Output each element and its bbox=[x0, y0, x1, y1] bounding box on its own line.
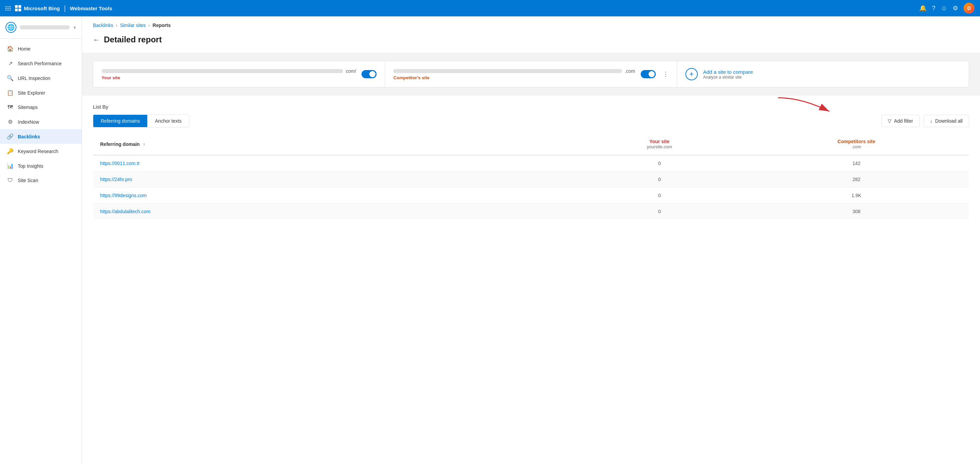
competitor-col-sub: .com bbox=[751, 144, 962, 149]
main-layout: 🌐 ∨ 🏠 Home ↗ Search Performance 🔍 URL In… bbox=[0, 16, 980, 464]
domain-link[interactable]: https://abdulalitech.com bbox=[100, 209, 150, 214]
competitor-toggle-knob bbox=[649, 71, 655, 77]
tab-anchor-texts[interactable]: Anchor texts bbox=[147, 115, 189, 127]
sidebar-label-sitemaps: Sitemaps bbox=[18, 105, 38, 110]
keyword-icon: 🔑 bbox=[7, 148, 14, 154]
breadcrumb-similar-sites[interactable]: Similar sites bbox=[120, 22, 146, 28]
your-site-card: com/ Your site bbox=[93, 61, 385, 87]
sidebar-label-search-performance: Search Performance bbox=[18, 61, 62, 66]
sidebar-item-home[interactable]: 🏠 Home bbox=[0, 41, 82, 56]
sidebar-item-top-insights[interactable]: 📊 Top Insights bbox=[0, 159, 82, 173]
your-count-cell: 0 bbox=[575, 203, 744, 220]
tool-name: Webmaster Tools bbox=[70, 5, 113, 11]
site-explorer-icon: 📋 bbox=[7, 89, 14, 96]
sidebar: 🌐 ∨ 🏠 Home ↗ Search Performance 🔍 URL In… bbox=[0, 16, 82, 464]
help-icon[interactable]: ? bbox=[932, 5, 935, 12]
domain-cell: https://99designs.com bbox=[93, 188, 575, 203]
competitor-site-url-bar bbox=[393, 69, 622, 73]
th-domain: Referring domain ↑ bbox=[93, 133, 575, 156]
sidebar-label-backlinks: Backlinks bbox=[18, 134, 40, 140]
sidebar-item-keyword-research[interactable]: 🔑 Keyword Research bbox=[0, 144, 82, 159]
user-avatar[interactable]: D bbox=[964, 3, 975, 14]
sidebar-item-site-explorer[interactable]: 📋 Site Explorer bbox=[0, 86, 82, 100]
search-perf-icon: ↗ bbox=[7, 60, 14, 67]
referring-domains-table: Referring domain ↑ Your site yoursite.co… bbox=[93, 133, 969, 220]
competitor-site-domain-suffix: .com bbox=[625, 68, 635, 74]
domain-link[interactable]: https://99designs.com bbox=[100, 193, 146, 198]
sitemaps-icon: 🗺 bbox=[7, 104, 14, 110]
download-all-label: Download all bbox=[935, 118, 963, 124]
annotation-arrow bbox=[775, 96, 836, 115]
page-header: ← Detailed report bbox=[82, 32, 980, 52]
sidebar-item-sitemaps[interactable]: 🗺 Sitemaps bbox=[0, 100, 82, 114]
comparison-area: com/ Your site .com Com bbox=[82, 52, 980, 96]
competitor-site-label: Competitor's site bbox=[393, 75, 635, 80]
th-domain-label: Referring domain bbox=[100, 141, 140, 147]
domain-cell: https://0011.com.tr bbox=[93, 155, 575, 172]
insights-icon: 📊 bbox=[7, 163, 14, 169]
download-icon: ↓ bbox=[930, 118, 932, 124]
add-site-subtitle: Analyze a similar site bbox=[703, 75, 753, 79]
add-filter-button[interactable]: ▽ Add filter bbox=[881, 115, 920, 127]
your-site-toggle[interactable] bbox=[361, 70, 377, 78]
tab-group: Referring domains Anchor texts bbox=[93, 114, 189, 127]
list-by-controls: Referring domains Anchor texts bbox=[93, 114, 969, 127]
add-site-text: Add a site to compare Analyze a similar … bbox=[703, 69, 753, 79]
competitor-toggle[interactable] bbox=[641, 70, 656, 78]
bell-icon[interactable]: 🔔 bbox=[919, 5, 927, 12]
action-buttons: ▽ Add filter ↓ Download all bbox=[877, 115, 969, 127]
domain-cell: https://24hr.pro bbox=[93, 172, 575, 188]
apps-icon[interactable] bbox=[5, 6, 11, 11]
globe-icon: 🌐 bbox=[5, 22, 16, 33]
comparison-cards: com/ Your site .com Com bbox=[93, 61, 969, 87]
sidebar-label-site-scan: Site Scan bbox=[18, 178, 38, 183]
add-filter-label: Add filter bbox=[894, 118, 913, 124]
add-site-card[interactable]: + Add a site to compare Analyze a simila… bbox=[677, 61, 969, 87]
sidebar-item-search-performance[interactable]: ↗ Search Performance bbox=[0, 56, 82, 71]
sidebar-item-site-scan[interactable]: 🛡 Site Scan bbox=[0, 173, 82, 188]
your-count-cell: 0 bbox=[575, 155, 744, 172]
table-row: https://abdulalitech.com 0 308 bbox=[93, 203, 969, 220]
sidebar-label-site-explorer: Site Explorer bbox=[18, 90, 45, 96]
feedback-icon[interactable]: ☺ bbox=[941, 5, 947, 12]
brand-name: Microsoft Bing bbox=[24, 5, 60, 11]
table-row: https://0011.com.tr 0 142 bbox=[93, 155, 969, 172]
sidebar-nav: 🏠 Home ↗ Search Performance 🔍 URL Inspec… bbox=[0, 39, 82, 190]
breadcrumb-reports: Reports bbox=[153, 22, 171, 28]
domain-link[interactable]: https://24hr.pro bbox=[100, 176, 132, 182]
settings-icon[interactable]: ⚙ bbox=[953, 5, 958, 12]
sidebar-item-url-inspection[interactable]: 🔍 URL Inspection bbox=[0, 71, 82, 86]
add-site-title: Add a site to compare bbox=[703, 69, 753, 75]
sidebar-label-url-inspection: URL Inspection bbox=[18, 76, 50, 81]
sidebar-item-backlinks[interactable]: 🔗 Backlinks bbox=[0, 129, 82, 144]
indexnow-icon: ⚙ bbox=[7, 119, 14, 125]
data-table-wrapper: Referring domain ↑ Your site yoursite.co… bbox=[82, 133, 980, 220]
breadcrumb-sep-1: › bbox=[116, 23, 117, 28]
breadcrumb-backlinks[interactable]: Backlinks bbox=[93, 22, 113, 28]
sort-icon[interactable]: ↑ bbox=[143, 142, 145, 147]
backlinks-icon: 🔗 bbox=[7, 133, 14, 140]
your-count-cell: 0 bbox=[575, 172, 744, 188]
tab-referring-domains[interactable]: Referring domains bbox=[93, 115, 147, 127]
th-your-site: Your site yoursite.com bbox=[575, 133, 744, 156]
back-button[interactable]: ← bbox=[93, 36, 100, 44]
sidebar-label-top-insights: Top Insights bbox=[18, 163, 43, 169]
site-scan-icon: 🛡 bbox=[7, 177, 14, 183]
domain-link[interactable]: https://0011.com.tr bbox=[100, 160, 140, 166]
comp-count-cell: 1.9K bbox=[744, 188, 969, 203]
table-body: https://0011.com.tr 0 142 https://24hr.p… bbox=[93, 155, 969, 220]
your-site-label: Your site bbox=[102, 75, 356, 80]
your-count-cell: 0 bbox=[575, 188, 744, 203]
comp-count-cell: 282 bbox=[744, 172, 969, 188]
top-navigation: Microsoft Bing | Webmaster Tools 🔔 ? ☺ ⚙… bbox=[0, 0, 980, 16]
table-row: https://99designs.com 0 1.9K bbox=[93, 188, 969, 203]
your-site-info: com/ Your site bbox=[102, 68, 356, 80]
comp-count-cell: 308 bbox=[744, 203, 969, 220]
site-selector[interactable]: 🌐 ∨ bbox=[0, 16, 82, 39]
main-content: Backlinks › Similar sites › Reports ← De… bbox=[82, 16, 980, 464]
breadcrumb-sep-2: › bbox=[149, 23, 150, 28]
download-all-button[interactable]: ↓ Download all bbox=[924, 115, 969, 127]
sidebar-item-indexnow[interactable]: ⚙ IndexNow bbox=[0, 114, 82, 129]
competitor-site-info: .com Competitor's site bbox=[393, 68, 635, 80]
more-options-icon[interactable]: ⋮ bbox=[663, 70, 669, 78]
